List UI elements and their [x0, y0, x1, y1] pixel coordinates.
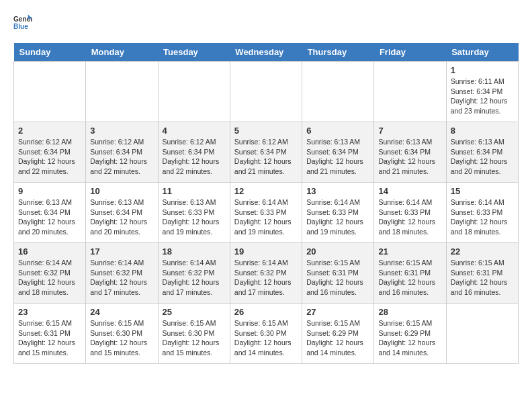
day-number: 19: [234, 246, 298, 257]
day-number: 9: [18, 186, 81, 196]
day-number: 24: [90, 307, 153, 317]
calendar-cell: 8Sunrise: 6:13 AM Sunset: 6:34 PM Daylig…: [446, 122, 518, 183]
day-number: 6: [306, 126, 369, 136]
day-number: 23: [18, 307, 81, 317]
day-number: 27: [306, 307, 369, 317]
cell-text: Sunrise: 6:13 AM Sunset: 6:33 PM Dayligh…: [163, 197, 226, 237]
calendar-cell: 19Sunrise: 6:14 AM Sunset: 6:32 PM Dayli…: [230, 243, 302, 304]
day-number: 2: [18, 126, 81, 136]
logo: General Blue: [13, 13, 32, 32]
calendar-cell: [230, 62, 302, 122]
day-header-saturday: Saturday: [446, 43, 518, 62]
calendar-cell: [302, 62, 374, 122]
cell-text: Sunrise: 6:12 AM Sunset: 6:34 PM Dayligh…: [163, 137, 226, 177]
day-number: 3: [90, 126, 153, 136]
day-number: 10: [90, 186, 153, 196]
calendar-cell: 6Sunrise: 6:13 AM Sunset: 6:34 PM Daylig…: [302, 122, 374, 183]
cell-text: Sunrise: 6:15 AM Sunset: 6:30 PM Dayligh…: [234, 318, 298, 358]
calendar-cell: 24Sunrise: 6:15 AM Sunset: 6:30 PM Dayli…: [86, 304, 158, 364]
calendar-cell: 3Sunrise: 6:12 AM Sunset: 6:34 PM Daylig…: [86, 122, 158, 183]
calendar-cell: 11Sunrise: 6:13 AM Sunset: 6:33 PM Dayli…: [158, 183, 230, 243]
day-number: 5: [234, 126, 298, 136]
calendar-cell: 16Sunrise: 6:14 AM Sunset: 6:32 PM Dayli…: [14, 243, 86, 304]
calendar-cell: 2Sunrise: 6:12 AM Sunset: 6:34 PM Daylig…: [14, 122, 86, 183]
cell-text: Sunrise: 6:13 AM Sunset: 6:34 PM Dayligh…: [378, 137, 441, 177]
day-number: 21: [378, 246, 441, 257]
day-number: 14: [378, 186, 441, 196]
calendar-cell: 27Sunrise: 6:15 AM Sunset: 6:29 PM Dayli…: [302, 304, 374, 364]
day-header-sunday: Sunday: [14, 43, 86, 62]
calendar-cell: 9Sunrise: 6:13 AM Sunset: 6:34 PM Daylig…: [14, 183, 86, 243]
calendar-cell: 13Sunrise: 6:14 AM Sunset: 6:33 PM Dayli…: [302, 183, 374, 243]
cell-text: Sunrise: 6:14 AM Sunset: 6:33 PM Dayligh…: [378, 197, 441, 237]
header-row: SundayMondayTuesdayWednesdayThursdayFrid…: [14, 43, 519, 62]
day-number: 18: [163, 246, 226, 257]
calendar-cell: 21Sunrise: 6:15 AM Sunset: 6:31 PM Dayli…: [374, 243, 446, 304]
logo-icon: General Blue: [13, 13, 32, 32]
cell-text: Sunrise: 6:14 AM Sunset: 6:32 PM Dayligh…: [90, 258, 153, 298]
calendar-cell: 1Sunrise: 6:11 AM Sunset: 6:34 PM Daylig…: [446, 62, 518, 122]
cell-text: Sunrise: 6:11 AM Sunset: 6:34 PM Dayligh…: [451, 77, 514, 116]
cell-text: Sunrise: 6:15 AM Sunset: 6:29 PM Dayligh…: [306, 318, 369, 358]
cell-text: Sunrise: 6:14 AM Sunset: 6:33 PM Dayligh…: [306, 197, 369, 237]
calendar-cell: 17Sunrise: 6:14 AM Sunset: 6:32 PM Dayli…: [86, 243, 158, 304]
page-header: General Blue: [13, 13, 519, 32]
day-number: 11: [163, 186, 226, 196]
cell-text: Sunrise: 6:14 AM Sunset: 6:33 PM Dayligh…: [451, 197, 514, 237]
calendar-cell: 18Sunrise: 6:14 AM Sunset: 6:32 PM Dayli…: [158, 243, 230, 304]
cell-text: Sunrise: 6:15 AM Sunset: 6:31 PM Dayligh…: [451, 258, 514, 298]
calendar-table: SundayMondayTuesdayWednesdayThursdayFrid…: [13, 43, 519, 364]
day-number: 17: [90, 246, 153, 257]
cell-text: Sunrise: 6:12 AM Sunset: 6:34 PM Dayligh…: [90, 137, 153, 177]
week-row-4: 16Sunrise: 6:14 AM Sunset: 6:32 PM Dayli…: [14, 243, 519, 304]
calendar-cell: 7Sunrise: 6:13 AM Sunset: 6:34 PM Daylig…: [374, 122, 446, 183]
cell-text: Sunrise: 6:15 AM Sunset: 6:31 PM Dayligh…: [378, 258, 441, 298]
day-number: 8: [451, 126, 514, 136]
calendar-cell: [14, 62, 86, 122]
day-number: 25: [163, 307, 226, 317]
cell-text: Sunrise: 6:13 AM Sunset: 6:34 PM Dayligh…: [451, 137, 514, 177]
cell-text: Sunrise: 6:13 AM Sunset: 6:34 PM Dayligh…: [90, 197, 153, 237]
cell-text: Sunrise: 6:15 AM Sunset: 6:30 PM Dayligh…: [90, 318, 153, 358]
calendar-cell: 5Sunrise: 6:12 AM Sunset: 6:34 PM Daylig…: [230, 122, 302, 183]
week-row-2: 2Sunrise: 6:12 AM Sunset: 6:34 PM Daylig…: [14, 122, 519, 183]
calendar-cell: 26Sunrise: 6:15 AM Sunset: 6:30 PM Dayli…: [230, 304, 302, 364]
day-header-tuesday: Tuesday: [158, 43, 230, 62]
calendar-cell: [374, 62, 446, 122]
calendar-cell: 15Sunrise: 6:14 AM Sunset: 6:33 PM Dayli…: [446, 183, 518, 243]
week-row-3: 9Sunrise: 6:13 AM Sunset: 6:34 PM Daylig…: [14, 183, 519, 243]
cell-text: Sunrise: 6:15 AM Sunset: 6:31 PM Dayligh…: [306, 258, 369, 298]
day-number: 7: [378, 126, 441, 136]
calendar-cell: 28Sunrise: 6:15 AM Sunset: 6:29 PM Dayli…: [374, 304, 446, 364]
svg-text:Blue: Blue: [13, 23, 28, 30]
day-number: 15: [451, 186, 514, 196]
calendar-cell: 10Sunrise: 6:13 AM Sunset: 6:34 PM Dayli…: [86, 183, 158, 243]
day-number: 13: [306, 186, 369, 196]
day-header-thursday: Thursday: [302, 43, 374, 62]
cell-text: Sunrise: 6:15 AM Sunset: 6:30 PM Dayligh…: [163, 318, 226, 358]
day-number: 4: [163, 126, 226, 136]
day-number: 22: [451, 246, 514, 257]
day-header-friday: Friday: [374, 43, 446, 62]
calendar-cell: 14Sunrise: 6:14 AM Sunset: 6:33 PM Dayli…: [374, 183, 446, 243]
day-header-wednesday: Wednesday: [230, 43, 302, 62]
cell-text: Sunrise: 6:12 AM Sunset: 6:34 PM Dayligh…: [18, 137, 81, 177]
week-row-1: 1Sunrise: 6:11 AM Sunset: 6:34 PM Daylig…: [14, 62, 519, 122]
calendar-cell: 12Sunrise: 6:14 AM Sunset: 6:33 PM Dayli…: [230, 183, 302, 243]
day-number: 28: [378, 307, 441, 317]
cell-text: Sunrise: 6:13 AM Sunset: 6:34 PM Dayligh…: [18, 197, 81, 237]
cell-text: Sunrise: 6:15 AM Sunset: 6:31 PM Dayligh…: [18, 318, 81, 358]
day-header-monday: Monday: [86, 43, 158, 62]
day-number: 1: [451, 65, 514, 75]
calendar-cell: 22Sunrise: 6:15 AM Sunset: 6:31 PM Dayli…: [446, 243, 518, 304]
cell-text: Sunrise: 6:13 AM Sunset: 6:34 PM Dayligh…: [306, 137, 369, 177]
cell-text: Sunrise: 6:12 AM Sunset: 6:34 PM Dayligh…: [234, 137, 298, 177]
calendar-cell: 23Sunrise: 6:15 AM Sunset: 6:31 PM Dayli…: [14, 304, 86, 364]
cell-text: Sunrise: 6:14 AM Sunset: 6:33 PM Dayligh…: [234, 197, 298, 237]
calendar-cell: [86, 62, 158, 122]
calendar-cell: 25Sunrise: 6:15 AM Sunset: 6:30 PM Dayli…: [158, 304, 230, 364]
calendar-cell: 20Sunrise: 6:15 AM Sunset: 6:31 PM Dayli…: [302, 243, 374, 304]
week-row-5: 23Sunrise: 6:15 AM Sunset: 6:31 PM Dayli…: [14, 304, 519, 364]
day-number: 16: [18, 246, 81, 257]
cell-text: Sunrise: 6:14 AM Sunset: 6:32 PM Dayligh…: [234, 258, 298, 298]
